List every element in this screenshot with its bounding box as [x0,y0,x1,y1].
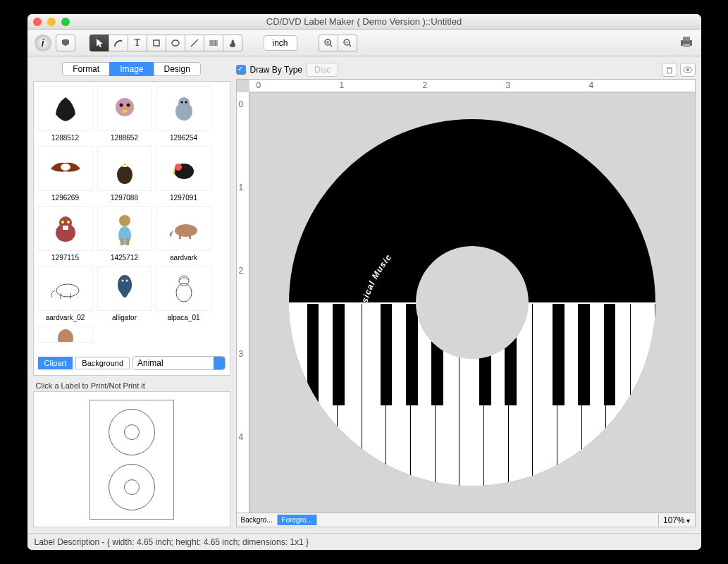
vertical-ruler: 01234 [237,92,249,513]
svg-point-37 [118,226,131,245]
svg-point-25 [180,102,183,104]
svg-rect-42 [179,233,181,239]
clipart-caption: alpaca_01 [156,314,211,321]
svg-point-26 [185,102,187,104]
clipart-caption: 1296269 [38,194,93,202]
clipart-thumb[interactable] [38,266,93,311]
burn-tool-button[interactable] [223,35,242,51]
sidebar: Format Image Design 12885121288652129625… [33,62,230,527]
svg-point-49 [125,280,128,282]
clipart-thumb[interactable] [97,206,152,251]
svg-rect-0 [154,40,159,46]
trash-button[interactable] [662,63,677,77]
disc-button: Disc [307,63,338,77]
info-icon[interactable]: i [35,35,51,51]
label-description: Label Description - { width: 4.65 inch; … [35,537,309,547]
rect-tool-button[interactable] [147,35,166,51]
svg-point-56 [686,68,689,71]
svg-point-24 [178,97,190,109]
category-dropdown[interactable]: Animal [132,356,225,370]
pointer-tool-button[interactable] [90,35,109,51]
svg-point-20 [116,98,134,116]
label-hint: Click a Label to Print/Not Print it [36,381,230,390]
svg-point-28 [117,166,132,184]
svg-line-11 [330,44,332,47]
thumbnail-grid[interactable]: 1288512128865212962541296269129708812970… [38,86,226,354]
clipart-caption: aardvark_02 [38,314,93,321]
preview-button[interactable] [680,63,696,77]
draw-by-type-label: Draw By Type [250,65,302,75]
tab-image[interactable]: Image [109,62,154,76]
svg-point-22 [126,104,130,107]
horizontal-ruler: 01234 [249,80,695,92]
status-bar: Label Description - { width: 4.65 inch; … [27,533,701,550]
svg-point-35 [67,221,70,223]
svg-point-50 [176,283,192,302]
clipart-thumb[interactable] [156,206,211,251]
svg-point-48 [121,280,123,282]
canvas: 01234 01234 Classical Music [236,79,696,527]
clipart-thumb[interactable] [38,146,93,191]
svg-point-34 [61,221,64,223]
svg-point-44 [56,284,79,297]
zoom-in-button[interactable] [319,35,338,51]
clipart-thumb[interactable] [97,146,152,191]
clipart-caption: 1288512 [38,134,93,142]
clipart-thumb[interactable] [97,86,152,131]
clipart-thumb[interactable] [156,86,211,131]
layer-foreground[interactable]: Foregro... [278,515,317,525]
barcode-tool-button[interactable] [204,35,223,51]
arc-tool-button[interactable] [109,35,128,51]
disc-hole [416,246,529,359]
clipart-caption: aardvark [156,254,211,262]
svg-rect-40 [126,238,129,245]
clipart-caption: 1288652 [97,134,152,142]
subtab-clipart[interactable]: Clipart [38,357,73,369]
svg-point-41 [175,224,197,237]
tab-design[interactable]: Design [154,62,201,76]
clipart-caption: 1297088 [97,194,152,202]
clipart-caption: 1297115 [38,254,93,262]
subtab-background[interactable]: Background [75,357,130,369]
layer-background[interactable]: Backgro... [237,515,278,525]
clipart-thumb[interactable] [38,206,93,251]
svg-point-47 [118,275,132,295]
ellipse-tool-button[interactable] [166,35,185,51]
clipart-thumb[interactable] [156,146,211,191]
unit-selector[interactable]: inch [264,35,297,51]
zoom-out-button[interactable] [338,35,357,51]
svg-point-52 [58,329,73,343]
thumbnail-panel: 1288512128865212962541296269129708812970… [33,81,230,376]
window-title: CD/DVD Label Maker ( Demo Version )::Unt… [27,16,701,27]
tab-format[interactable]: Format [62,62,110,76]
draw-by-type-checkbox[interactable] [236,65,246,75]
tool-group: T [90,35,242,51]
svg-line-15 [349,44,351,47]
svg-rect-19 [683,44,690,47]
svg-point-27 [61,164,70,171]
clipart-thumb[interactable] [38,86,93,131]
clipart-thumb[interactable] [97,266,152,311]
clipart-thumb[interactable] [156,266,211,311]
clipart-thumb[interactable] [38,326,93,343]
design-stage[interactable]: Classical Music [249,92,695,513]
label-preview[interactable] [33,391,230,527]
canvas-footer: Backgro... Foregro... 107% ▾ [237,513,695,527]
clipart-caption: alligator [97,314,152,321]
titlebar: CD/DVD Label Maker ( Demo Version )::Unt… [27,14,701,30]
text-tool-button[interactable]: T [128,35,147,51]
svg-rect-39 [121,238,123,245]
line-tool-button[interactable] [185,35,204,51]
mask-tool-button[interactable] [56,35,75,51]
print-button[interactable] [679,35,694,51]
clipart-caption: 1297091 [156,194,211,202]
svg-line-2 [191,39,198,47]
svg-point-1 [172,40,179,46]
svg-rect-36 [63,226,68,230]
disc-label[interactable]: Classical Music [289,119,655,486]
clipart-caption: 1425712 [97,254,152,262]
app-window: CD/DVD Label Maker ( Demo Version )::Unt… [27,14,701,550]
zoom-selector[interactable]: 107% ▾ [658,514,694,527]
clipart-caption: 1296254 [156,134,211,142]
main-toolbar: i T inch [27,30,701,56]
